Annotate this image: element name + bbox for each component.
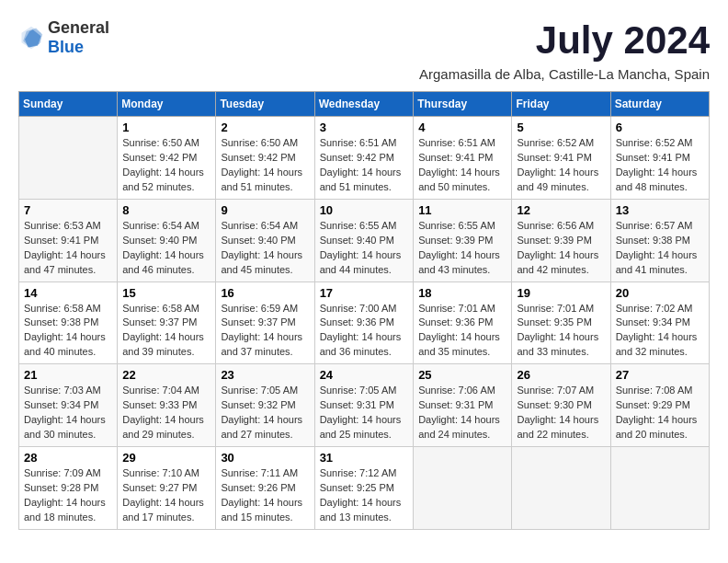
day-info: Sunrise: 7:09 AM Sunset: 9:28 PM Dayligh…: [24, 466, 112, 525]
day-info: Sunrise: 7:00 AM Sunset: 9:36 PM Dayligh…: [320, 302, 409, 361]
day-number: 30: [221, 451, 309, 465]
day-info: Sunrise: 7:04 AM Sunset: 9:33 PM Dayligh…: [122, 384, 210, 442]
calendar-cell: 14Sunrise: 6:58 AM Sunset: 9:38 PM Dayli…: [19, 282, 118, 364]
day-info: Sunrise: 6:50 AM Sunset: 9:42 PM Dayligh…: [122, 136, 210, 195]
day-info: Sunrise: 7:10 AM Sunset: 9:27 PM Dayligh…: [122, 466, 210, 525]
day-info: Sunrise: 7:08 AM Sunset: 9:29 PM Dayligh…: [616, 384, 704, 442]
day-number: 4: [418, 121, 506, 134]
header-monday: Monday: [118, 92, 216, 117]
day-info: Sunrise: 7:06 AM Sunset: 9:31 PM Dayligh…: [418, 384, 506, 442]
day-number: 23: [221, 368, 309, 382]
day-info: Sunrise: 7:05 AM Sunset: 9:31 PM Dayligh…: [320, 384, 409, 442]
calendar-cell: [414, 447, 512, 530]
calendar-cell: 15Sunrise: 6:58 AM Sunset: 9:37 PM Dayli…: [118, 282, 216, 364]
day-number: 29: [122, 451, 210, 465]
calendar-cell: 29Sunrise: 7:10 AM Sunset: 9:27 PM Dayli…: [118, 447, 216, 530]
calendar-cell: 1Sunrise: 6:50 AM Sunset: 9:42 PM Daylig…: [118, 117, 216, 200]
calendar-cell: 25Sunrise: 7:06 AM Sunset: 9:31 PM Dayli…: [414, 364, 512, 447]
logo: General Blue: [18, 18, 109, 57]
calendar-cell: 24Sunrise: 7:05 AM Sunset: 9:31 PM Dayli…: [314, 364, 414, 447]
day-info: Sunrise: 7:01 AM Sunset: 9:35 PM Dayligh…: [517, 302, 605, 361]
day-info: Sunrise: 7:01 AM Sunset: 9:36 PM Dayligh…: [418, 302, 506, 361]
location-title: Argamasilla de Alba, Castille-La Mancha,…: [18, 66, 710, 82]
day-info: Sunrise: 7:07 AM Sunset: 9:30 PM Dayligh…: [517, 384, 605, 442]
day-number: 20: [616, 286, 704, 300]
day-info: Sunrise: 6:58 AM Sunset: 9:38 PM Dayligh…: [24, 302, 112, 361]
calendar-cell: 13Sunrise: 6:57 AM Sunset: 9:38 PM Dayli…: [610, 199, 709, 282]
day-info: Sunrise: 6:55 AM Sunset: 9:40 PM Dayligh…: [320, 219, 409, 278]
calendar-cell: 11Sunrise: 6:55 AM Sunset: 9:39 PM Dayli…: [414, 199, 512, 282]
calendar-week-2: 14Sunrise: 6:58 AM Sunset: 9:38 PM Dayli…: [19, 282, 710, 364]
day-number: 16: [221, 286, 309, 300]
calendar-cell: [512, 447, 610, 530]
day-info: Sunrise: 6:55 AM Sunset: 9:39 PM Dayligh…: [418, 219, 506, 278]
calendar-cell: 23Sunrise: 7:05 AM Sunset: 9:32 PM Dayli…: [216, 364, 314, 447]
day-number: 9: [221, 203, 309, 217]
calendar-header-row: SundayMondayTuesdayWednesdayThursdayFrid…: [19, 92, 710, 117]
calendar-cell: 8Sunrise: 6:54 AM Sunset: 9:40 PM Daylig…: [118, 199, 216, 282]
day-info: Sunrise: 6:52 AM Sunset: 9:41 PM Dayligh…: [616, 136, 704, 195]
calendar-cell: 16Sunrise: 6:59 AM Sunset: 9:37 PM Dayli…: [216, 282, 314, 364]
calendar-cell: 27Sunrise: 7:08 AM Sunset: 9:29 PM Dayli…: [610, 364, 709, 447]
calendar-cell: 2Sunrise: 6:50 AM Sunset: 9:42 PM Daylig…: [216, 117, 314, 200]
calendar-cell: 22Sunrise: 7:04 AM Sunset: 9:33 PM Dayli…: [118, 364, 216, 447]
day-number: 11: [418, 203, 506, 217]
header-thursday: Thursday: [414, 92, 512, 117]
header-wednesday: Wednesday: [314, 92, 414, 117]
calendar-cell: 4Sunrise: 6:51 AM Sunset: 9:41 PM Daylig…: [414, 117, 512, 200]
calendar-cell: 6Sunrise: 6:52 AM Sunset: 9:41 PM Daylig…: [610, 117, 709, 200]
calendar-cell: 31Sunrise: 7:12 AM Sunset: 9:25 PM Dayli…: [314, 447, 414, 530]
calendar-week-3: 21Sunrise: 7:03 AM Sunset: 9:34 PM Dayli…: [19, 364, 710, 447]
calendar-cell: 10Sunrise: 6:55 AM Sunset: 9:40 PM Dayli…: [314, 199, 414, 282]
logo-wordmark: General Blue: [48, 18, 109, 57]
calendar-cell: [19, 117, 118, 200]
month-title: July 2024: [536, 18, 710, 63]
day-number: 8: [122, 203, 210, 217]
calendar-cell: 28Sunrise: 7:09 AM Sunset: 9:28 PM Dayli…: [19, 447, 118, 530]
header-saturday: Saturday: [610, 92, 709, 117]
day-info: Sunrise: 6:58 AM Sunset: 9:37 PM Dayligh…: [122, 302, 210, 361]
day-number: 15: [122, 286, 210, 300]
calendar-week-0: 1Sunrise: 6:50 AM Sunset: 9:42 PM Daylig…: [19, 117, 710, 200]
day-info: Sunrise: 6:51 AM Sunset: 9:42 PM Dayligh…: [320, 136, 409, 195]
day-info: Sunrise: 7:11 AM Sunset: 9:26 PM Dayligh…: [221, 466, 309, 525]
day-number: 3: [320, 121, 409, 134]
calendar-cell: 19Sunrise: 7:01 AM Sunset: 9:35 PM Dayli…: [512, 282, 610, 364]
day-number: 1: [122, 121, 210, 134]
day-info: Sunrise: 6:54 AM Sunset: 9:40 PM Dayligh…: [122, 219, 210, 278]
calendar-cell: 17Sunrise: 7:00 AM Sunset: 9:36 PM Dayli…: [314, 282, 414, 364]
calendar-cell: 21Sunrise: 7:03 AM Sunset: 9:34 PM Dayli…: [19, 364, 118, 447]
day-info: Sunrise: 6:52 AM Sunset: 9:41 PM Dayligh…: [517, 136, 605, 195]
calendar-cell: [610, 447, 709, 530]
header-tuesday: Tuesday: [216, 92, 314, 117]
day-info: Sunrise: 7:02 AM Sunset: 9:34 PM Dayligh…: [616, 302, 704, 361]
day-number: 5: [517, 121, 605, 134]
calendar-cell: 9Sunrise: 6:54 AM Sunset: 9:40 PM Daylig…: [216, 199, 314, 282]
day-info: Sunrise: 6:51 AM Sunset: 9:41 PM Dayligh…: [418, 136, 506, 195]
calendar-cell: 26Sunrise: 7:07 AM Sunset: 9:30 PM Dayli…: [512, 364, 610, 447]
day-number: 10: [320, 203, 409, 217]
day-number: 22: [122, 368, 210, 382]
header-sunday: Sunday: [19, 92, 118, 117]
logo-icon: [18, 25, 44, 51]
calendar-cell: 5Sunrise: 6:52 AM Sunset: 9:41 PM Daylig…: [512, 117, 610, 200]
calendar-week-1: 7Sunrise: 6:53 AM Sunset: 9:41 PM Daylig…: [19, 199, 710, 282]
calendar-cell: 3Sunrise: 6:51 AM Sunset: 9:42 PM Daylig…: [314, 117, 414, 200]
day-number: 7: [24, 203, 112, 217]
day-info: Sunrise: 6:59 AM Sunset: 9:37 PM Dayligh…: [221, 302, 309, 361]
day-number: 24: [320, 368, 409, 382]
day-number: 14: [24, 286, 112, 300]
calendar-cell: 18Sunrise: 7:01 AM Sunset: 9:36 PM Dayli…: [414, 282, 512, 364]
day-number: 13: [616, 203, 704, 217]
day-info: Sunrise: 7:12 AM Sunset: 9:25 PM Dayligh…: [320, 466, 409, 525]
day-number: 26: [517, 368, 605, 382]
day-number: 17: [320, 286, 409, 300]
day-number: 2: [221, 121, 309, 134]
calendar-cell: 7Sunrise: 6:53 AM Sunset: 9:41 PM Daylig…: [19, 199, 118, 282]
day-number: 28: [24, 451, 112, 465]
day-number: 12: [517, 203, 605, 217]
day-info: Sunrise: 6:50 AM Sunset: 9:42 PM Dayligh…: [221, 136, 309, 195]
calendar-table: SundayMondayTuesdayWednesdayThursdayFrid…: [18, 91, 710, 530]
day-number: 25: [418, 368, 506, 382]
page-header: General Blue July 2024: [18, 18, 710, 63]
